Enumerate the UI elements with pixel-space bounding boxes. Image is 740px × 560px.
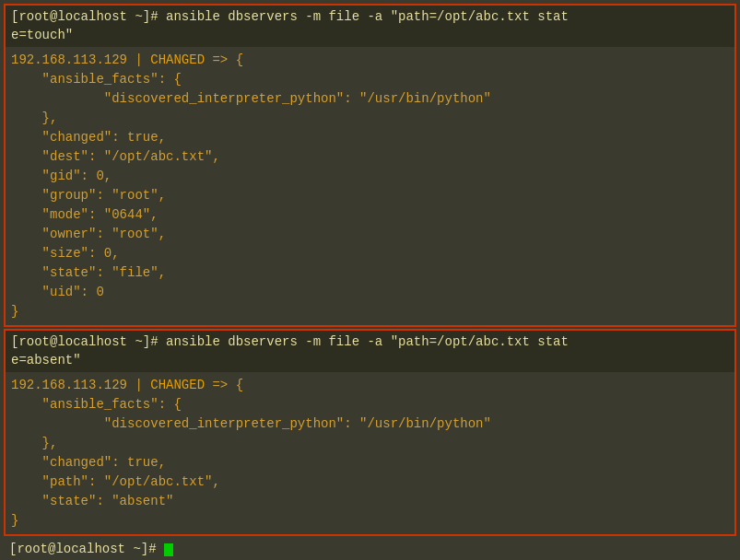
command-block-2: [root@localhost ~]# ansible dbservers -m…: [4, 329, 736, 536]
terminal-window: [root@localhost ~]# ansible dbservers -m…: [0, 0, 740, 560]
command-block-1: [root@localhost ~]# ansible dbservers -m…: [4, 4, 736, 327]
changed-status-1: 192.168.113.129 | CHANGED => { "ansible_…: [11, 52, 491, 319]
final-prompt: [root@localhost ~]#: [4, 538, 736, 560]
command-line-1: [root@localhost ~]# ansible dbservers -m…: [6, 6, 734, 47]
cursor: [164, 543, 173, 556]
output-block-1: 192.168.113.129 | CHANGED => { "ansible_…: [6, 47, 734, 325]
output-block-2: 192.168.113.129 | CHANGED => { "ansible_…: [6, 372, 734, 534]
changed-status-2: 192.168.113.129 | CHANGED => { "ansible_…: [11, 378, 491, 528]
command-line-2: [root@localhost ~]# ansible dbservers -m…: [6, 331, 734, 372]
